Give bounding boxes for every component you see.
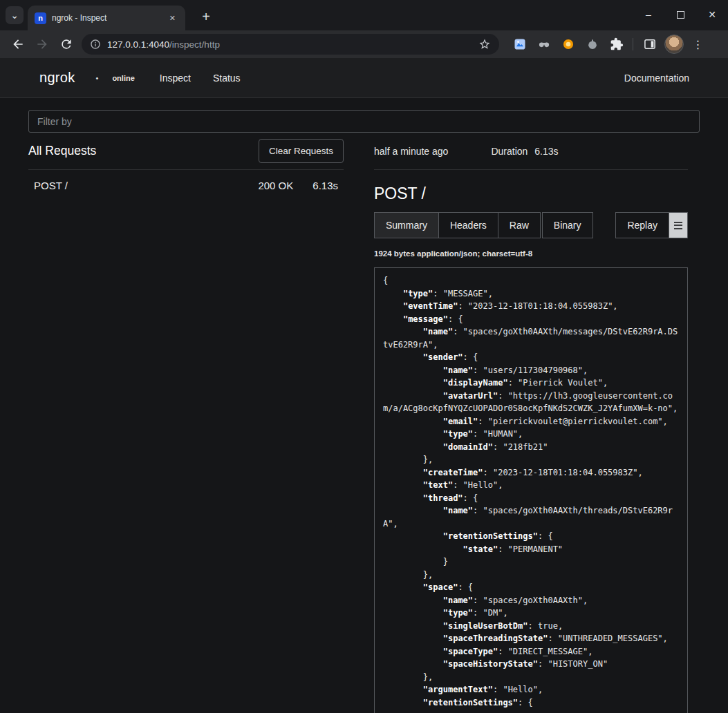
chevron-down-icon: ⌄: [10, 10, 19, 21]
maximize-icon: [677, 11, 684, 19]
duration-group: Duration 6.13s: [491, 146, 558, 157]
request-method-path: POST /: [34, 180, 258, 191]
reload-icon: [59, 37, 73, 51]
browser-tab[interactable]: n ngrok - Inspect ✕: [28, 6, 185, 30]
side-panel-icon: [643, 37, 657, 51]
content-meta: 1924 bytes application/json; charset=utf…: [374, 249, 688, 258]
request-detail-panel: half a minute ago Duration 6.13s POST / …: [374, 133, 688, 713]
close-button[interactable]: ✕: [696, 0, 728, 29]
extension-icon-2[interactable]: [532, 32, 556, 56]
reload-button[interactable]: [54, 32, 78, 56]
replay-options-icon: [674, 222, 682, 223]
replay-options-button[interactable]: [669, 212, 688, 238]
nav-inspect[interactable]: Inspect: [160, 73, 191, 84]
site-info-icon[interactable]: [90, 39, 101, 50]
extension-icon-1[interactable]: [507, 32, 532, 56]
duration-value: 6.13s: [534, 146, 558, 157]
tab-strip: ⌄ n ngrok - Inspect ✕ + – ✕: [0, 0, 728, 30]
toolbar-divider: [633, 38, 633, 50]
duration-label: Duration: [491, 146, 528, 157]
tab-raw[interactable]: Raw: [498, 212, 541, 238]
replay-group: Replay: [615, 212, 688, 238]
ngrok-logo[interactable]: ngrok: [39, 70, 75, 86]
ngrok-favicon: n: [35, 12, 46, 24]
app-header: ngrok • online Inspect Status Documentat…: [0, 58, 728, 98]
kebab-menu-icon: ⋮: [693, 38, 704, 51]
profile-button[interactable]: [662, 32, 686, 56]
detail-tabs: Summary Headers Raw Binary Replay: [374, 212, 688, 238]
close-icon: ✕: [708, 9, 716, 20]
forward-button[interactable]: [30, 32, 54, 56]
forward-icon: [35, 37, 49, 51]
request-status: 200 OK: [258, 180, 293, 191]
tab-headers[interactable]: Headers: [438, 212, 498, 238]
all-requests-title: All Requests: [28, 144, 259, 158]
request-duration: 6.13s: [312, 180, 338, 191]
extension-icon-4[interactable]: [580, 32, 604, 56]
request-body-code: { "type": "MESSAGE", "eventTime": "2023-…: [374, 267, 688, 713]
browser-toolbar: 127.0.0.1:4040/inspect/http: [0, 30, 728, 58]
minimize-button[interactable]: –: [633, 0, 664, 29]
tab-close-icon[interactable]: ✕: [167, 12, 178, 24]
request-time-ago: half a minute ago: [374, 146, 448, 157]
window-controls: – ✕: [633, 0, 728, 29]
url-text[interactable]: 127.0.0.1:4040/inspect/http: [107, 39, 472, 50]
requests-panel-header: All Requests Clear Requests: [28, 133, 344, 170]
main-content: All Requests Clear Requests POST / 200 O…: [0, 98, 728, 713]
detail-title: POST /: [374, 184, 688, 203]
filter-input[interactable]: [28, 110, 700, 133]
tab-summary[interactable]: Summary: [374, 212, 439, 238]
side-panel-button[interactable]: [637, 32, 662, 56]
app-nav: Inspect Status: [160, 73, 241, 84]
tab-search-button[interactable]: ⌄: [6, 6, 24, 24]
extensions-area: ⋮: [507, 32, 710, 56]
clear-requests-button[interactable]: Clear Requests: [259, 139, 344, 163]
address-bar[interactable]: 127.0.0.1:4040/inspect/http: [82, 34, 499, 55]
maximize-button[interactable]: [664, 0, 696, 29]
tab-binary[interactable]: Binary: [542, 212, 593, 238]
puzzle-icon: [610, 37, 624, 51]
profile-avatar: [664, 35, 684, 54]
extension-icon-3[interactable]: [556, 32, 580, 56]
replay-button[interactable]: Replay: [615, 212, 669, 238]
nav-documentation[interactable]: Documentation: [624, 73, 689, 84]
minimize-icon: –: [646, 9, 651, 20]
plus-icon: +: [202, 9, 210, 25]
status-dot-icon: •: [96, 74, 99, 82]
back-icon: [11, 37, 25, 51]
back-button[interactable]: [6, 32, 30, 56]
extensions-menu-button[interactable]: [604, 32, 628, 56]
detail-header: half a minute ago Duration 6.13s: [374, 133, 688, 170]
bookmark-star-icon[interactable]: [478, 38, 491, 50]
nav-status[interactable]: Status: [213, 73, 241, 84]
requests-panel: All Requests Clear Requests POST / 200 O…: [28, 133, 344, 713]
browser-menu-button[interactable]: ⋮: [686, 32, 710, 56]
tunnel-status: online: [112, 74, 134, 82]
new-tab-button[interactable]: +: [196, 7, 216, 26]
request-row[interactable]: POST / 200 OK 6.13s: [28, 170, 344, 201]
tab-title: ngrok - Inspect: [52, 13, 161, 23]
browser-window: ⌄ n ngrok - Inspect ✕ + – ✕: [0, 0, 728, 58]
